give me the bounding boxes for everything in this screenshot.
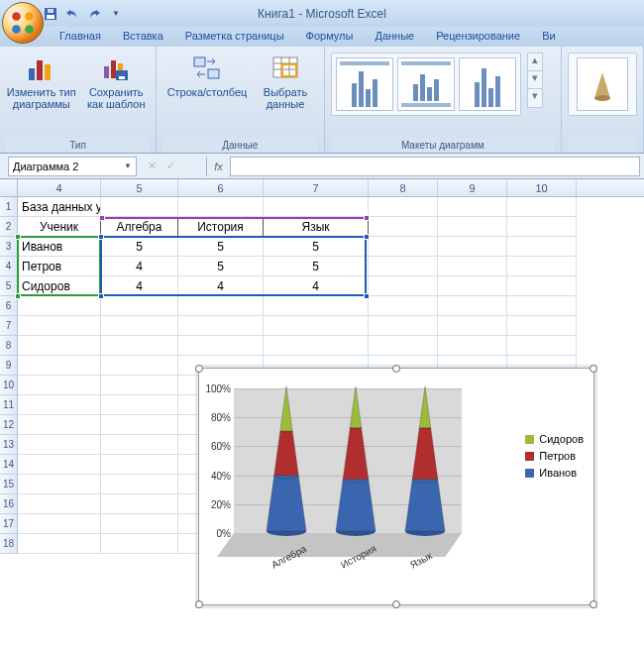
row-header[interactable]: 3 [0, 237, 18, 257]
column-header[interactable]: 9 [438, 179, 507, 196]
layout-thumb-1[interactable] [336, 57, 393, 111]
column-header[interactable]: 4 [18, 179, 101, 196]
cell[interactable] [264, 316, 369, 336]
cell[interactable] [18, 415, 101, 435]
cell[interactable] [507, 336, 577, 356]
cell[interactable] [18, 435, 101, 455]
cell[interactable] [369, 276, 438, 296]
row-header[interactable]: 6 [0, 296, 18, 316]
cell[interactable] [507, 237, 577, 257]
cell[interactable] [18, 534, 101, 554]
cell[interactable]: 5 [101, 237, 178, 257]
cell[interactable]: Иванов [18, 237, 101, 257]
embedded-chart[interactable]: 0%20%40%60%80%100% АлгебраИсторияЯзык Си… [198, 368, 594, 605]
qat-dropdown-icon[interactable]: ▼ [107, 5, 125, 23]
name-box[interactable]: Диаграмма 2 ▼ [8, 157, 137, 176]
tab-page-layout[interactable]: Разметка страницы [175, 27, 294, 47]
gallery-up-icon[interactable]: ▴ [528, 54, 542, 71]
save-template-button[interactable]: Сохранить как шаблон [82, 53, 150, 110]
chart-handle-se[interactable] [590, 600, 597, 608]
cell[interactable]: Ученик [18, 217, 101, 237]
cell[interactable] [369, 336, 438, 356]
worksheet-grid[interactable]: 45678910 1База данных успеваемости.2Учен… [0, 179, 644, 650]
office-button[interactable] [2, 2, 44, 44]
redo-icon[interactable] [85, 5, 103, 23]
cell[interactable]: Язык [264, 217, 369, 237]
cell[interactable] [101, 197, 178, 217]
chart-handle-ne[interactable] [590, 365, 597, 373]
column-header[interactable]: 5 [101, 179, 178, 196]
save-icon[interactable] [42, 5, 59, 23]
cell[interactable] [264, 296, 369, 316]
cell[interactable] [18, 296, 101, 316]
cell[interactable] [101, 475, 178, 494]
cell[interactable] [18, 316, 101, 336]
cell[interactable] [438, 316, 507, 336]
cell[interactable] [264, 197, 369, 217]
row-header[interactable]: 1 [0, 197, 18, 217]
cell[interactable] [101, 356, 178, 376]
cell[interactable] [369, 237, 438, 257]
cell[interactable]: 5 [264, 237, 369, 257]
tab-review[interactable]: Рецензирование [426, 27, 530, 47]
cell[interactable] [101, 415, 178, 435]
cell[interactable]: История [178, 217, 264, 237]
cell[interactable]: 5 [178, 257, 264, 276]
cell[interactable] [438, 276, 507, 296]
cell[interactable] [438, 257, 507, 276]
tab-home[interactable]: Главная [50, 27, 111, 47]
gallery-down-icon[interactable]: ▾ [528, 71, 542, 89]
cell[interactable]: Сидоров [18, 276, 101, 296]
fx-icon[interactable]: fx [206, 157, 230, 176]
change-chart-type-button[interactable]: Изменить тип диаграммы [6, 53, 76, 110]
cell[interactable] [101, 435, 178, 455]
cell[interactable] [178, 197, 264, 217]
cell[interactable] [178, 296, 264, 316]
cell[interactable] [507, 217, 577, 237]
layout-thumb-2[interactable] [397, 57, 455, 111]
cell[interactable]: 5 [264, 257, 369, 276]
name-box-dropdown-icon[interactable]: ▼ [124, 162, 132, 170]
row-header[interactable]: 13 [0, 435, 18, 455]
undo-icon[interactable] [63, 5, 81, 23]
cell[interactable] [507, 296, 577, 316]
column-header[interactable]: 6 [178, 179, 264, 196]
row-header[interactable]: 7 [0, 316, 18, 336]
cell[interactable] [507, 257, 577, 276]
row-header[interactable]: 18 [0, 534, 18, 554]
column-header[interactable]: 8 [369, 179, 438, 196]
cell[interactable] [101, 336, 178, 356]
chart-legend[interactable]: Сидоров Петров Иванов [525, 428, 584, 484]
cell[interactable] [101, 534, 178, 554]
chart-handle-sw[interactable] [195, 600, 203, 608]
cell[interactable] [507, 276, 577, 296]
cell[interactable] [438, 296, 507, 316]
cell[interactable] [264, 336, 369, 356]
cell[interactable] [178, 336, 264, 356]
cell[interactable] [18, 514, 101, 534]
cell[interactable] [369, 316, 438, 336]
row-header[interactable]: 15 [0, 475, 18, 494]
chart-cone[interactable] [402, 386, 448, 539]
switch-row-col-button[interactable]: Строка/столбец [162, 53, 252, 98]
column-header[interactable]: 7 [264, 179, 369, 196]
cell[interactable] [18, 395, 101, 415]
row-header[interactable]: 10 [0, 376, 18, 395]
chart-cone[interactable] [333, 386, 378, 539]
chart-plot-area[interactable]: 0%20%40%60%80%100% АлгебраИсторияЯзык [234, 388, 462, 557]
row-header[interactable]: 8 [0, 336, 18, 356]
row-header[interactable]: 4 [0, 257, 18, 276]
cell[interactable]: Алгебра [101, 217, 178, 237]
cell[interactable] [18, 336, 101, 356]
chart-handle-n[interactable] [392, 365, 400, 373]
cell[interactable] [101, 514, 178, 534]
gallery-more-icon[interactable]: ▾ [528, 89, 542, 107]
formula-bar[interactable] [230, 157, 640, 176]
cell[interactable]: 4 [101, 276, 178, 296]
cell[interactable] [369, 197, 438, 217]
cell[interactable]: База данных успеваемости. [18, 197, 101, 217]
cell[interactable] [101, 455, 178, 475]
tab-insert[interactable]: Вставка [113, 27, 173, 47]
cell[interactable]: 5 [178, 237, 264, 257]
cell[interactable] [101, 395, 178, 415]
